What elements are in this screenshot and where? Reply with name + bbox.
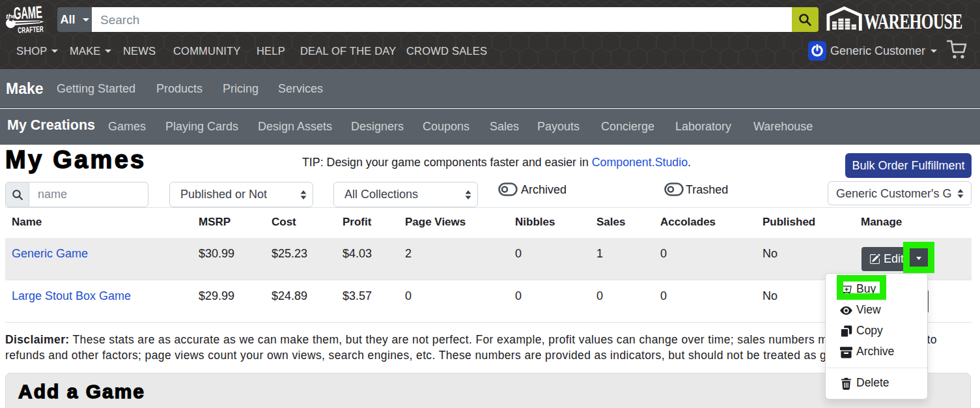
svg-text:CRAFTER: CRAFTER [18,25,44,35]
svg-text:GAME: GAME [13,4,43,23]
